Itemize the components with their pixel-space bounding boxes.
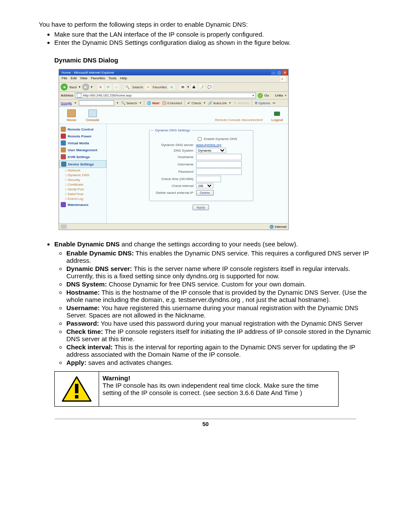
hostname-label: Hostname <box>154 155 196 159</box>
nav-home[interactable]: Home <box>67 109 76 122</box>
page-content: Home Console Remote Console disconnected… <box>59 107 288 223</box>
google-check[interactable]: ✔Check <box>187 101 201 105</box>
menu-tools[interactable]: Tools <box>109 76 117 81</box>
svg-text:e: e <box>281 77 283 81</box>
sidebar-item-user-management[interactable]: User Management <box>59 146 106 153</box>
menu-view[interactable]: View <box>80 76 87 81</box>
menu-bar: File Edit View Favorites Tools Help e <box>59 75 288 83</box>
sidebar-sub-date-time[interactable]: Date/Time <box>59 192 106 196</box>
go-button[interactable] <box>258 93 263 98</box>
warning-title: Warning! <box>103 374 130 382</box>
apply-button[interactable]: Apply <box>193 205 209 210</box>
checktime-input[interactable] <box>196 176 221 182</box>
close-button[interactable]: ✕ <box>282 70 287 75</box>
ddns-legend: Dynamic DNS Settings <box>154 128 191 132</box>
sidebar-sub-network[interactable]: Network <box>59 168 106 173</box>
mail-button[interactable]: ✉ <box>180 84 186 90</box>
stop-button[interactable]: ✕ <box>98 84 104 90</box>
user-mgmt-icon <box>61 147 66 152</box>
ddns-server-link[interactable]: www.dyndns.org <box>196 143 221 147</box>
search-icon[interactable]: 🔍 <box>125 84 131 90</box>
warning-body: The IP console has its own independent r… <box>103 382 319 396</box>
sidebar-item-virtual-media[interactable]: Virtual Media <box>59 140 106 146</box>
go-label: Go <box>265 93 269 97</box>
google-toolbar: Google ▾ ▾ 🔍 Search ▾ 🌐New! 🚫0 blocked ✔… <box>59 100 288 107</box>
ddns-fieldset: Dynamic DNS Settings Enable Dynamic DNS … <box>149 128 253 201</box>
delete-button[interactable]: Delete <box>196 190 214 196</box>
delete-label: Delete saved external IP <box>154 191 196 195</box>
browser-window: Home - Microsoft Internet Explorer – ◻ ✕… <box>59 69 289 230</box>
option-leadin: and change the settings according to you… <box>120 240 298 248</box>
history-button[interactable]: ⊘ <box>168 84 174 90</box>
menu-help[interactable]: Help <box>120 76 127 81</box>
checkinterval-label: Check interval <box>154 184 196 188</box>
checktime-label: Check time (HH:MM) <box>154 177 196 181</box>
minimize-button[interactable]: – <box>271 70 276 75</box>
address-bar: Address http://60.248.182.236/home.asp ▾… <box>59 92 288 100</box>
print-button[interactable]: 🖶 <box>191 84 197 90</box>
sidebar-item-kvm-settings[interactable]: KVM Settings <box>59 153 106 160</box>
hostname-input[interactable] <box>196 154 242 160</box>
globe-icon <box>270 225 274 229</box>
menu-edit[interactable]: Edit <box>71 76 77 81</box>
discuss-button[interactable]: 💬 <box>206 84 212 90</box>
svg-rect-4 <box>75 395 78 398</box>
refresh-button[interactable]: ⟳ <box>106 84 112 90</box>
intro-bullet: Enter the Dynamic DNS Settings configura… <box>54 39 372 46</box>
intro-list: Make sure that the LAN interface of the … <box>39 31 372 46</box>
sidebar-item-remote-control[interactable]: Remote Control <box>59 126 106 133</box>
search-label[interactable]: Search <box>132 85 143 89</box>
sidebar-sub-security[interactable]: Security <box>59 177 106 182</box>
google-wand-icon[interactable]: ✏ <box>273 101 276 105</box>
enable-ddns-label: Enable Dynamic DNS <box>204 137 237 141</box>
google-options[interactable]: ⚙Options <box>255 101 271 105</box>
toolbar: ◄ Back ▾ ► ▾ ✕ ⟳ ⌂ 🔍 Search ★ Favorites … <box>59 83 288 92</box>
main-panel: Dynamic DNS Settings Enable Dynamic DNS … <box>107 124 288 223</box>
nav-logout[interactable]: Logout <box>271 110 283 122</box>
maximize-button[interactable]: ◻ <box>277 70 282 75</box>
username-input[interactable] <box>196 161 242 168</box>
forward-button[interactable]: ► <box>82 84 89 90</box>
option-head: Enable Dynamic DNS <box>54 240 120 248</box>
sidebar-sub-dynamic-dns[interactable]: Dynamic DNS <box>59 173 106 177</box>
edit-button[interactable]: 📝 <box>199 84 205 90</box>
nav-console[interactable]: Console <box>86 109 100 122</box>
google-search-input[interactable] <box>79 100 114 106</box>
intro-bullet: Make sure that the LAN interface of the … <box>54 31 372 38</box>
sidebar-item-device-settings[interactable]: Device Settings <box>59 160 106 168</box>
checkinterval-select[interactable]: 240 <box>196 183 213 188</box>
status-left-icon <box>61 224 67 229</box>
remote-control-icon <box>61 127 66 132</box>
google-autolink[interactable]: 🔗AutoLink <box>208 101 227 105</box>
menu-favorites[interactable]: Favorites <box>91 76 105 81</box>
address-value: http://60.248.182.236/home.asp <box>83 93 131 97</box>
google-search-btn[interactable]: 🔍 Search <box>121 101 137 105</box>
ie-logo-icon: e <box>280 76 286 81</box>
favorites-label[interactable]: Favorites <box>153 85 167 89</box>
google-brand[interactable]: Google <box>61 101 72 105</box>
back-label: Back <box>69 85 77 89</box>
sidebar: Remote Control Remote Power Virtual Medi… <box>59 124 107 223</box>
sidebar-sub-certificate[interactable]: Certificate <box>59 182 106 187</box>
home-button[interactable]: ⌂ <box>113 84 119 90</box>
password-input[interactable] <box>196 168 242 175</box>
google-new[interactable]: 🌐New! <box>147 101 159 105</box>
dns-system-select[interactable]: Dynamic <box>196 148 226 153</box>
sidebar-item-maintenance[interactable]: Maintenance <box>59 201 106 208</box>
sidebar-item-remote-power[interactable]: Remote Power <box>59 133 106 140</box>
address-input[interactable]: http://60.248.182.236/home.asp ▾ <box>75 93 255 98</box>
menu-file[interactable]: File <box>62 76 67 81</box>
links-label[interactable]: Links <box>275 93 283 97</box>
google-autofill[interactable]: ✎AutoFill <box>234 101 249 105</box>
sidebar-sub-event-log[interactable]: Event Log <box>59 196 106 201</box>
enable-ddns-checkbox[interactable] <box>198 137 202 141</box>
page-header: Home Console Remote Console disconnected… <box>59 107 288 124</box>
warning-box: Warning! The IP console has its own inde… <box>54 371 339 407</box>
dialog-heading: Dynamic DNS Dialog <box>54 56 372 64</box>
favorites-icon[interactable]: ★ <box>145 84 151 90</box>
dns-system-label: DNS System <box>154 149 196 152</box>
back-button[interactable]: ◄ <box>61 84 68 90</box>
remote-power-icon <box>61 134 66 139</box>
sidebar-sub-serial-port[interactable]: Serial Port <box>59 187 106 192</box>
google-blocked[interactable]: 🚫0 blocked <box>162 101 182 105</box>
